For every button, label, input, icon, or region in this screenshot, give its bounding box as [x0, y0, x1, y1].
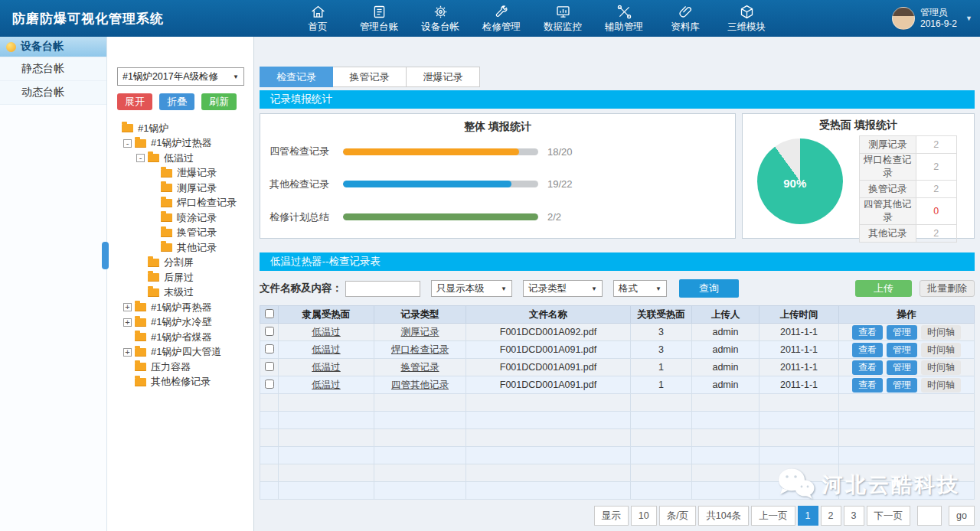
refresh-button[interactable]: 刷新	[201, 93, 237, 110]
scope-select[interactable]: 只显示本级▼	[431, 280, 512, 297]
tree-node[interactable]: +#1锅炉再热器	[107, 300, 253, 315]
folder-icon	[161, 199, 172, 207]
view-button[interactable]: 查看	[852, 325, 883, 340]
user-date: 2016-9-2	[920, 18, 957, 30]
stat-value: 18/20	[547, 146, 573, 158]
tab-explosion-records[interactable]: 泄爆记录	[407, 67, 480, 87]
sidebar-item-static-ledger[interactable]: 静态台帐	[0, 57, 106, 81]
pagination-total: 共104条	[698, 506, 749, 526]
nav-item-data-monitor[interactable]: 数据监控	[532, 0, 593, 37]
table-row[interactable]: 低温过 焊口检查记录 F001DCD001A091.pdf 3 admin 20…	[260, 341, 975, 359]
tree-node[interactable]: #1锅炉省煤器	[107, 330, 253, 345]
tab-inspection-records[interactable]: 检查记录	[260, 67, 333, 87]
prev-page-button[interactable]: 上一页	[751, 506, 795, 526]
go-button[interactable]: go	[949, 506, 975, 526]
main-content: 检查记录 换管记录 泄爆记录 记录填报统计 整体 填报统计 四管检查记录 18/…	[254, 37, 980, 531]
timeline-button[interactable]: 时间轴	[921, 325, 961, 340]
tree-node[interactable]: 压力容器	[107, 360, 253, 375]
manage-button[interactable]: 管理	[887, 360, 917, 375]
select-all-checkbox[interactable]	[265, 309, 274, 318]
empty-table-row	[260, 464, 975, 482]
row-checkbox[interactable]	[265, 362, 274, 371]
tree-node[interactable]: 其他记录	[107, 240, 253, 256]
page-button-1[interactable]: 1	[798, 506, 818, 526]
tree-node[interactable]: 其他检修记录	[107, 375, 253, 390]
page-button-2[interactable]: 2	[821, 506, 841, 526]
filename-search-input[interactable]	[345, 281, 420, 297]
page-button-3[interactable]: 3	[844, 506, 864, 526]
collapse-minus-icon[interactable]: -	[136, 154, 145, 162]
splitter-handle[interactable]	[102, 242, 109, 269]
page-size-cell[interactable]: 10	[631, 506, 657, 526]
empty-table-row	[260, 429, 975, 447]
tree-node[interactable]: 焊口检查记录	[107, 196, 253, 211]
timeline-button[interactable]: 时间轴	[921, 343, 961, 357]
view-button[interactable]: 查看	[852, 343, 883, 357]
nav-item-library[interactable]: 资料库	[655, 0, 716, 37]
nav-item-management-ledger[interactable]: 管理台账	[348, 0, 410, 37]
chevron-down-icon: ▼	[591, 285, 597, 292]
stat-value: 19/22	[547, 178, 573, 190]
tree-node[interactable]: 分割屏	[107, 256, 253, 271]
expand-button[interactable]: 展开	[117, 93, 152, 110]
record-type-select[interactable]: 记录类型▼	[523, 280, 603, 297]
folder-icon	[122, 124, 133, 132]
query-button[interactable]: 查询	[679, 279, 739, 298]
table-row[interactable]: 低温过 测厚记录 F001DCD001A092.pdf 3 admin 2011…	[260, 324, 975, 341]
plan-select[interactable]: #1锅炉2017年A级检修 ▼	[117, 67, 244, 86]
equipment-tree: #1锅炉 -#1锅炉过热器 -低温过 泄爆记录 测厚记录 焊口检查记录 喷涂记录…	[107, 121, 253, 389]
progress-track	[343, 148, 538, 155]
nav-item-auxiliary[interactable]: 辅助管理	[593, 0, 655, 37]
table-row[interactable]: 低温过 换管记录 F001DCD001A091.pdf 1 admin 2011…	[260, 359, 975, 376]
tree-node[interactable]: +#1锅炉四大管道	[107, 345, 253, 360]
view-button[interactable]: 查看	[852, 360, 883, 375]
format-select[interactable]: 格式▼	[613, 280, 667, 297]
tree-node[interactable]: 后屏过	[107, 270, 253, 285]
tree-node[interactable]: 换管记录	[107, 226, 253, 241]
overall-stats-title: 整体 填报统计	[260, 120, 735, 134]
records-section-header: 低温过热器--检查记录表	[260, 252, 975, 271]
folder-icon	[135, 139, 146, 148]
nav-item-home[interactable]: 首页	[287, 0, 348, 37]
folder-icon	[135, 378, 146, 386]
nav-item-maintenance[interactable]: 检修管理	[471, 0, 532, 37]
row-checkbox[interactable]	[265, 380, 274, 389]
sidebar-item-dynamic-ledger[interactable]: 动态台帐	[0, 81, 106, 105]
tree-node[interactable]: 喷涂记录	[107, 210, 253, 226]
expand-plus-icon[interactable]: +	[123, 318, 132, 327]
row-checkbox[interactable]	[265, 327, 274, 336]
stat-bar-row: 检修计划总结 2/2	[270, 210, 726, 224]
collapse-button[interactable]: 折叠	[159, 93, 194, 110]
tree-node[interactable]: #1锅炉	[107, 121, 253, 136]
collapse-minus-icon[interactable]: -	[123, 139, 132, 148]
expand-plus-icon[interactable]: +	[123, 303, 132, 311]
tree-node[interactable]: -#1锅炉过热器	[107, 136, 253, 151]
timeline-button[interactable]: 时间轴	[921, 378, 961, 393]
manage-button[interactable]: 管理	[887, 378, 917, 393]
upload-button[interactable]: 上传	[855, 280, 912, 297]
progress-track	[343, 213, 538, 220]
manage-button[interactable]: 管理	[887, 325, 917, 340]
expand-plus-icon[interactable]: +	[123, 348, 132, 357]
tree-node[interactable]: +#1锅炉水冷壁	[107, 315, 253, 331]
sidebar-item-equipment-ledger[interactable]: 设备台帐	[0, 37, 106, 57]
nav-item-equipment-ledger[interactable]: 设备台帐	[410, 0, 471, 37]
ledger-icon	[371, 4, 387, 20]
next-page-button[interactable]: 下一页	[867, 506, 911, 526]
tree-node[interactable]: 末级过	[107, 285, 253, 301]
table-row[interactable]: 低温过 四管其他记录 F001DCD001A091.pdf 1 admin 20…	[260, 376, 975, 394]
view-button[interactable]: 查看	[852, 378, 883, 393]
batch-delete-button[interactable]: 批量删除	[920, 280, 975, 297]
filter-toolbar: 文件名称及内容： 只显示本级▼ 记录类型▼ 格式▼ 查询 上传 批量删除	[260, 277, 975, 300]
tree-node[interactable]: -低温过	[107, 151, 253, 166]
tab-tube-replacement-records[interactable]: 换管记录	[333, 67, 407, 87]
row-checkbox[interactable]	[265, 344, 274, 353]
chevron-down-icon: ▼	[501, 285, 507, 292]
chevron-down-icon[interactable]: ▼	[965, 15, 972, 22]
timeline-button[interactable]: 时间轴	[921, 360, 961, 375]
page-jump-input[interactable]	[917, 506, 942, 526]
tree-node[interactable]: 测厚记录	[107, 181, 253, 196]
manage-button[interactable]: 管理	[887, 343, 917, 357]
nav-item-3d-module[interactable]: 三维模块	[716, 0, 777, 37]
tree-node[interactable]: 泄爆记录	[107, 166, 253, 181]
